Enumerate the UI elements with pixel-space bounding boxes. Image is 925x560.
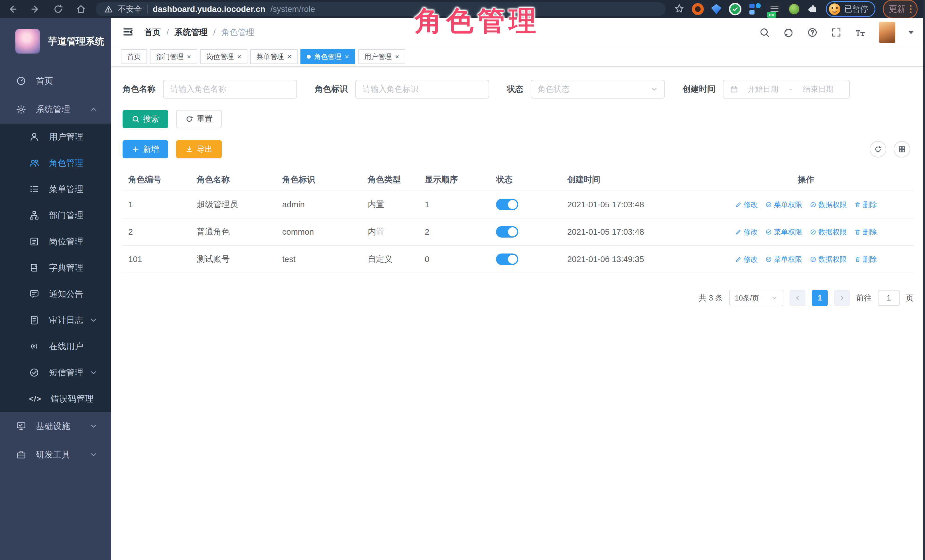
- extension-gem-icon[interactable]: [711, 4, 722, 14]
- extension-monkey-icon[interactable]: [788, 3, 800, 15]
- column-settings-button[interactable]: [893, 141, 910, 158]
- sidebar-item-departments[interactable]: 部门管理: [0, 202, 111, 228]
- goto-page-input[interactable]: [878, 290, 899, 306]
- monitor-icon: [16, 421, 26, 431]
- app-logo[interactable]: 芋道管理系统: [0, 18, 111, 67]
- current-page-button[interactable]: 1: [812, 290, 828, 306]
- role-key-input[interactable]: [355, 80, 489, 99]
- hamburger-icon[interactable]: [122, 26, 134, 39]
- screen: 不安全 dashboard.yudao.iocoder.cn /system/r…: [0, 0, 925, 560]
- delete-link[interactable]: 删除: [854, 255, 877, 264]
- sidebar-item-posts[interactable]: 岗位管理: [0, 228, 111, 255]
- edit-link[interactable]: 修改: [735, 255, 758, 264]
- reload-icon[interactable]: [53, 4, 63, 14]
- close-icon[interactable]: ×: [287, 53, 291, 60]
- sidebar-item-label: 系统管理: [36, 104, 70, 116]
- avatar-caret-icon[interactable]: [908, 31, 914, 34]
- sidebar-item-users[interactable]: 用户管理: [0, 124, 111, 150]
- address-bar[interactable]: 不安全 dashboard.yudao.iocoder.cn /system/r…: [96, 2, 666, 16]
- breadcrumb-section[interactable]: 系统管理: [175, 27, 208, 38]
- page-size-value: 10条/页: [735, 293, 759, 303]
- browser-menu-icon[interactable]: [910, 5, 911, 13]
- close-icon[interactable]: ×: [345, 53, 349, 60]
- menu-permission-link[interactable]: 菜单权限: [765, 200, 802, 209]
- delete-link[interactable]: 删除: [854, 227, 877, 237]
- sidebar-item-sms[interactable]: 短信管理: [0, 359, 111, 386]
- data-permission-link[interactable]: 数据权限: [810, 227, 847, 237]
- circle-check-icon: [29, 368, 39, 378]
- update-label: 更新: [889, 3, 905, 15]
- font-size-icon[interactable]: [855, 27, 866, 38]
- sidebar-item-label: 角色管理: [49, 157, 83, 169]
- tab-users[interactable]: 用户管理 ×: [358, 49, 405, 64]
- sidebar-item-roles[interactable]: 角色管理: [0, 150, 111, 176]
- breadcrumb-home[interactable]: 首页: [144, 27, 161, 38]
- data-permission-link[interactable]: 数据权限: [810, 200, 847, 209]
- circle-check-icon: [765, 229, 772, 235]
- close-icon[interactable]: ×: [237, 53, 241, 60]
- help-icon[interactable]: [807, 27, 818, 38]
- fullscreen-icon[interactable]: [831, 27, 842, 38]
- sidebar-item-online-users[interactable]: 在线用户: [0, 333, 111, 359]
- status-select[interactable]: 角色状态: [531, 80, 665, 99]
- sidebar-item-error-codes[interactable]: </> 错误码管理: [0, 386, 111, 412]
- prev-page-button[interactable]: [789, 290, 806, 306]
- date-range-picker[interactable]: 开始日期 - 结束日期: [723, 80, 850, 99]
- data-permission-link[interactable]: 数据权限: [810, 255, 847, 264]
- avatar[interactable]: [879, 22, 895, 43]
- sidebar-item-dictionary[interactable]: 字典管理: [0, 255, 111, 281]
- menu-permission-link[interactable]: 菜单权限: [765, 255, 802, 264]
- col-role-key: 角色标识: [277, 169, 362, 191]
- role-name-input[interactable]: [163, 80, 297, 99]
- close-icon[interactable]: ×: [187, 53, 191, 60]
- add-button[interactable]: 新增: [123, 140, 168, 158]
- toggle-knob: [508, 227, 517, 236]
- sidebar-item-system[interactable]: 系统管理: [0, 95, 111, 124]
- breadcrumb-separator: /: [166, 28, 169, 37]
- extension-grid-icon[interactable]: [749, 3, 761, 15]
- search-button[interactable]: 搜索: [123, 110, 168, 128]
- extensions-puzzle-icon[interactable]: [807, 3, 818, 15]
- bookmark-star-icon[interactable]: [674, 3, 684, 15]
- page-size-select[interactable]: 10条/页: [729, 290, 783, 306]
- search-icon[interactable]: [759, 27, 770, 38]
- next-page-button[interactable]: [834, 290, 850, 306]
- users-icon: [29, 158, 39, 168]
- menu-permission-link[interactable]: 菜单权限: [765, 227, 802, 237]
- list-icon: [29, 184, 39, 194]
- home-icon[interactable]: [76, 4, 86, 14]
- status-toggle[interactable]: [496, 199, 518, 210]
- close-icon[interactable]: ×: [395, 53, 399, 60]
- sidebar-item-label: 字典管理: [49, 262, 83, 274]
- tab-home[interactable]: 首页: [121, 49, 147, 64]
- sidebar-item-audit-log[interactable]: 审计日志: [0, 307, 111, 333]
- extension-orange-icon[interactable]: [692, 3, 704, 15]
- chevron-right-icon: [839, 295, 845, 301]
- back-icon[interactable]: [8, 4, 18, 14]
- edit-link[interactable]: 修改: [735, 227, 758, 237]
- status-toggle[interactable]: [496, 254, 518, 265]
- sidebar-item-home[interactable]: 首页: [0, 67, 111, 95]
- tab-menus[interactable]: 菜单管理 ×: [250, 49, 298, 64]
- id-card-icon: [29, 236, 39, 247]
- forward-icon[interactable]: [30, 4, 41, 14]
- sidebar-item-infrastructure[interactable]: 基础设施: [0, 412, 111, 440]
- reset-button[interactable]: 重置: [176, 110, 222, 128]
- sidebar-item-dev-tools[interactable]: 研发工具: [0, 440, 111, 469]
- refresh-table-button[interactable]: [870, 141, 886, 158]
- sidebar-item-menus[interactable]: 菜单管理: [0, 176, 111, 202]
- tab-departments[interactable]: 部门管理 ×: [150, 49, 197, 64]
- extension-list-icon[interactable]: on: [768, 3, 781, 15]
- profile-paused-chip[interactable]: 已暂停: [826, 1, 875, 17]
- export-button[interactable]: 导出: [176, 140, 222, 158]
- chrome-update-button[interactable]: 更新: [883, 0, 917, 18]
- sidebar-item-notices[interactable]: 通知公告: [0, 281, 111, 307]
- github-icon[interactable]: [783, 27, 794, 38]
- date-start-placeholder: 开始日期: [738, 84, 788, 94]
- status-toggle[interactable]: [496, 226, 518, 237]
- tab-roles[interactable]: 角色管理 ×: [300, 49, 355, 64]
- edit-link[interactable]: 修改: [735, 200, 758, 209]
- delete-link[interactable]: 删除: [854, 200, 877, 209]
- tab-posts[interactable]: 岗位管理 ×: [200, 49, 247, 64]
- extension-check-icon[interactable]: [729, 3, 741, 15]
